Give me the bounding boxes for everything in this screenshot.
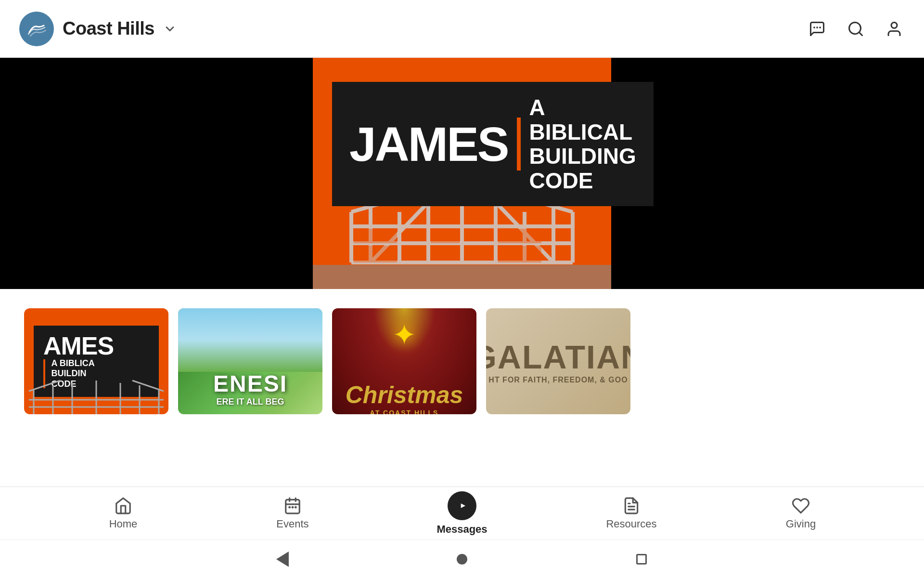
app-header: Coast Hills [0,0,924,58]
system-recents-button[interactable] [629,547,654,571]
series-card-christmas[interactable]: ✦ Christmas AT COAST HILLS [332,308,476,414]
nav-label-home: Home [109,518,138,530]
profile-icon[interactable] [884,18,905,39]
hero-subtitle: A BIBLICAL BUILDING CODE [529,95,636,193]
svg-rect-23 [498,229,541,243]
svg-rect-25 [498,246,541,263]
svg-line-36 [132,381,164,391]
header-left: Coast Hills [19,12,177,46]
nav-item-messages[interactable]: Messages [433,491,491,536]
svg-rect-24 [354,246,397,263]
nav-item-home[interactable]: Home [94,497,152,530]
system-back-button[interactable] [270,547,295,571]
nav-item-resources[interactable]: Resources [603,497,660,530]
series-card-james[interactable]: AMES A BIBLICABUILDINCODE [24,308,168,414]
nav-item-events[interactable]: Events [264,497,321,530]
hero-banner[interactable]: JAMES A BIBLICAL BUILDING CODE [0,58,924,289]
svg-point-0 [25,17,48,40]
system-navigation [0,539,924,578]
nav-label-events: Events [276,518,308,530]
search-icon[interactable] [845,18,866,39]
hero-content: JAMES A BIBLICAL BUILDING CODE [313,58,611,289]
series-card-galatians[interactable]: GALATIAN HT FOR FAITH, FREEDOM, & GOO [486,308,630,414]
svg-point-3 [891,22,897,28]
org-logo[interactable] [19,12,54,46]
series-card-genesis[interactable]: ENESI ERE IT ALL BEG [178,308,322,414]
chat-bubbles-icon[interactable] [807,18,828,39]
nav-item-giving[interactable]: Giving [772,497,830,530]
system-home-button[interactable] [450,547,474,571]
nav-label-resources: Resources [606,518,656,530]
hero-text-box: JAMES A BIBLICAL BUILDING CODE [332,82,654,206]
svg-rect-21 [354,229,397,243]
svg-line-2 [859,32,862,35]
svg-rect-22 [431,229,460,243]
header-actions [807,18,905,39]
org-name-label: Coast Hills [63,18,154,39]
org-dropdown-chevron[interactable] [163,22,177,36]
series-section: AMES A BIBLICABUILDINCODE [0,289,924,419]
bottom-navigation: Home Events Messages [0,486,924,539]
nav-label-messages: Messages [436,523,487,536]
nav-label-giving: Giving [786,518,816,530]
series-grid: AMES A BIBLICABUILDINCODE [24,308,900,414]
svg-rect-4 [313,265,611,289]
hero-title: JAMES [349,120,508,168]
svg-line-35 [29,381,60,391]
messages-play-circle[interactable] [448,491,476,520]
